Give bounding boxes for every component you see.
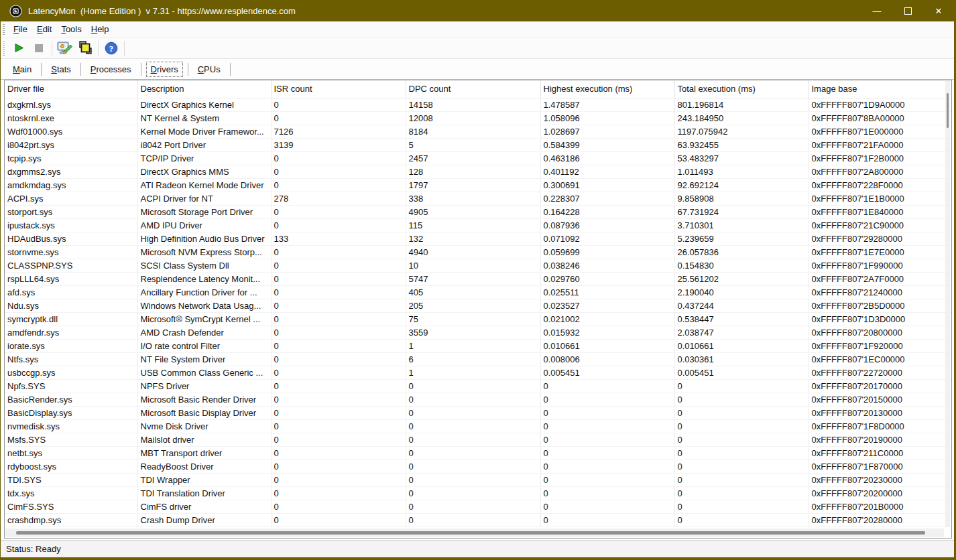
table-cell: Ancillary Function Driver for ... <box>137 285 271 299</box>
menubar: FileEditToolsHelp <box>1 21 954 38</box>
menubar-items: FileEditToolsHelp <box>9 23 113 36</box>
table-cell: 5 <box>406 138 540 151</box>
horizontal-scrollbar-thumb[interactable] <box>16 531 925 535</box>
column-header[interactable]: DPC count <box>406 80 540 98</box>
tab-processes[interactable]: Processes <box>86 62 135 76</box>
table-row[interactable]: Ntfs.sysNT File System Driver060.0080060… <box>5 352 951 366</box>
help-icon: ? <box>104 41 119 56</box>
table-cell: Npfs.SYS <box>5 379 137 393</box>
column-header[interactable]: Driver file <box>5 80 137 98</box>
table-row[interactable]: BasicRender.sysMicrosoft Basic Render Dr… <box>5 393 951 406</box>
column-header[interactable]: Description <box>137 80 271 98</box>
table-row[interactable]: storport.sysMicrosoft Storage Port Drive… <box>5 205 951 218</box>
table-cell: 5.239659 <box>674 232 809 245</box>
menu-item-file[interactable]: File <box>9 23 32 36</box>
table-cell: 0xFFFFF807'21C90000 <box>809 218 951 232</box>
table-row[interactable]: stornvme.sysMicrosoft NVM Express Storp.… <box>5 245 951 259</box>
table-cell: 0xFFFFF807'1D3D0000 <box>809 312 951 326</box>
start-monitor-button[interactable] <box>9 40 29 57</box>
table-cell: 75 <box>406 312 540 326</box>
horizontal-scrollbar[interactable] <box>5 529 944 537</box>
table-row[interactable]: iorate.sysI/O rate control Filter010.010… <box>5 339 951 352</box>
column-header[interactable]: Highest execution (ms) <box>540 80 674 98</box>
table-cell: 0 <box>271 352 406 366</box>
table-cell: NT Kernel & System <box>137 111 271 125</box>
maximize-button[interactable] <box>892 0 923 21</box>
vertical-scrollbar[interactable] <box>945 81 950 527</box>
table-cell: 0xFFFFF807'20200000 <box>809 486 951 500</box>
tab-drivers[interactable]: Drivers <box>147 62 182 76</box>
tab-cpus[interactable]: CPUs <box>194 62 225 76</box>
copy-button[interactable] <box>75 40 95 57</box>
table-row[interactable]: crashdmp.sysCrash Dump Driver00000xFFFFF… <box>5 513 951 527</box>
table-row[interactable]: netbt.sysMBT Transport driver00000xFFFFF… <box>5 446 951 460</box>
table-row[interactable]: nvmedisk.sysNvme Disk Driver00000xFFFFF8… <box>5 419 951 433</box>
minimize-button[interactable]: — <box>861 0 892 21</box>
tab-stats[interactable]: Stats <box>47 62 75 76</box>
table-row[interactable]: tcpip.sysTCP/IP Driver024570.46318653.48… <box>5 151 951 165</box>
help-button[interactable]: ? <box>101 40 121 57</box>
table-cell: 0xFFFFF807'228F0000 <box>809 178 951 192</box>
table-cell: 0 <box>674 379 809 393</box>
table-row[interactable]: tdx.sysTDI Translation Driver00000xFFFFF… <box>5 486 951 500</box>
table-row[interactable]: dxgkrnl.sysDirectX Graphics Kernel014158… <box>5 98 951 111</box>
table-cell: 801.196814 <box>674 98 809 111</box>
table-cell: 0.038246 <box>540 259 674 272</box>
table-cell: 0 <box>674 460 809 473</box>
table-cell: iorate.sys <box>5 339 137 352</box>
table-row[interactable]: Ndu.sysWindows Network Data Usag...02050… <box>5 299 951 312</box>
table-row[interactable]: ACPI.sysACPI Driver for NT2783380.228307… <box>5 192 951 205</box>
table-cell: 10 <box>406 259 540 272</box>
table-row[interactable]: afd.sysAncillary Function Driver for ...… <box>5 285 951 299</box>
table-row[interactable]: usbccgp.sysUSB Common Class Generic ...0… <box>5 366 951 379</box>
table-row[interactable]: rspLLL64.sysResplendence Latency Monit..… <box>5 272 951 285</box>
table-row[interactable]: ntoskrnl.exeNT Kernel & System0120081.05… <box>5 111 951 125</box>
table-row[interactable]: TDI.SYSTDI Wrapper00000xFFFFF807'2023000… <box>5 473 951 486</box>
table-row[interactable]: rdyboost.sysReadyBoost Driver00000xFFFFF… <box>5 460 951 473</box>
table-cell: 14158 <box>406 98 540 111</box>
table-cell: 67.731924 <box>674 205 809 218</box>
table-cell: 0xFFFFF807'201B0000 <box>809 500 951 513</box>
table-cell: AMD Crash Defender <box>137 326 271 339</box>
column-header[interactable]: ISR count <box>271 80 406 98</box>
close-button[interactable]: ✕ <box>923 0 954 21</box>
table-row[interactable]: BasicDisplay.sysMicrosoft Basic Display … <box>5 406 951 419</box>
column-header[interactable]: Image base <box>809 80 951 98</box>
tab-main[interactable]: Main <box>9 62 36 76</box>
table-cell: 338 <box>406 192 540 205</box>
table-row[interactable]: Npfs.SYSNPFS Driver00000xFFFFF807'201700… <box>5 379 951 393</box>
column-header[interactable]: Total execution (ms) <box>674 80 809 98</box>
stop-monitor-button[interactable] <box>29 40 49 57</box>
table-row[interactable]: amdfendr.sysAMD Crash Defender035590.015… <box>5 326 951 339</box>
vertical-scrollbar-thumb[interactable] <box>947 93 949 128</box>
table-row[interactable]: HDAudBus.sysHigh Definition Audio Bus Dr… <box>5 232 951 245</box>
table-row[interactable]: ipustack.sysAMD IPU Driver01150.0879363.… <box>5 218 951 232</box>
table-cell: 0 <box>540 513 674 527</box>
table-cell: 0 <box>406 446 540 460</box>
table-cell: 0 <box>406 393 540 406</box>
table-row[interactable]: i8042prt.sysi8042 Port Driver313950.5843… <box>5 138 951 151</box>
table-row[interactable]: CLASSPNP.SYSSCSI Class System Dll0100.03… <box>5 259 951 272</box>
table-cell: 0 <box>540 379 674 393</box>
table-row[interactable]: symcryptk.dllMicrosoft® SymCrypt Kernel … <box>5 312 951 326</box>
table-row[interactable]: amdkmdag.sysATI Radeon Kernel Mode Drive… <box>5 178 951 192</box>
table-cell: storport.sys <box>5 205 137 218</box>
toolbar-separator <box>98 41 99 56</box>
report-button[interactable] <box>55 40 75 57</box>
table-cell: 1.478587 <box>540 98 674 111</box>
table-row[interactable]: Msfs.SYSMailslot driver00000xFFFFF807'20… <box>5 433 951 446</box>
table-cell: ipustack.sys <box>5 218 137 232</box>
table-cell: 0 <box>674 473 809 486</box>
menu-item-edit[interactable]: Edit <box>32 23 56 36</box>
menu-item-help[interactable]: Help <box>86 23 114 36</box>
table-cell: 0 <box>271 513 406 527</box>
table-row[interactable]: Wdf01000.sysKernel Mode Driver Framewor.… <box>5 125 951 138</box>
table-cell: 0 <box>271 299 406 312</box>
table-cell: 0 <box>271 111 406 125</box>
table-row[interactable]: dxgmms2.sysDirectX Graphics MMS01280.401… <box>5 165 951 178</box>
table-cell: BasicDisplay.sys <box>5 406 137 419</box>
titlebar[interactable]: LatencyMon (Home Edition ) v 7.31 - http… <box>1 0 954 21</box>
table-cell: 0.584399 <box>540 138 674 151</box>
menu-item-tools[interactable]: Tools <box>56 23 86 36</box>
table-row[interactable]: CimFS.SYSCimFS driver00000xFFFFF807'201B… <box>5 500 951 513</box>
